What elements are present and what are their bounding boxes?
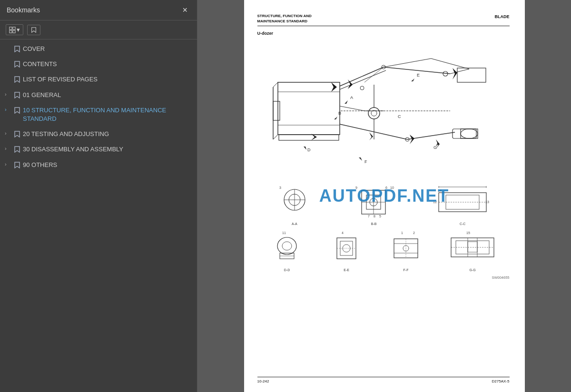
svg-marker-53	[453, 68, 457, 79]
expand-disassembly[interactable]: ›	[5, 146, 11, 151]
svg-marker-52	[410, 135, 414, 144]
bookmark-icon-testing	[13, 130, 21, 138]
bookmarks-header: Bookmarks ×	[0, 0, 197, 20]
sub-label-aa: A-A	[292, 222, 297, 225]
svg-text:12: 12	[433, 200, 437, 204]
svg-rect-2	[10, 30, 12, 32]
bookmark-item-general[interactable]: › 01 GENERAL	[0, 88, 197, 103]
svg-text:2: 2	[413, 231, 415, 235]
expand-general[interactable]: ›	[5, 91, 11, 97]
svg-rect-8	[273, 101, 280, 120]
sub-label-ff: F-F	[404, 268, 409, 272]
svg-text:E: E	[417, 73, 420, 78]
bookmark-icon-others	[13, 161, 21, 169]
svg-line-9	[340, 67, 384, 86]
bookmark-label-contents: CONTENTS	[23, 60, 190, 69]
close-button[interactable]: ×	[179, 5, 190, 15]
svg-text:10: 10	[390, 186, 394, 189]
svg-text:8: 8	[374, 215, 375, 218]
svg-text:D: D	[307, 147, 311, 152]
expand-placeholder-3	[5, 76, 11, 81]
bookmark-label-testing: 20 TESTING AND ADJUSTING	[23, 130, 190, 138]
bookmark-icon-general	[13, 91, 21, 99]
svg-marker-28	[345, 100, 348, 104]
bookmark-label-structure: 10 STRUCTURE, FUNCTION AND MAINTENANCE S…	[23, 106, 190, 123]
svg-point-23	[371, 110, 377, 116]
expand-placeholder-2	[5, 60, 11, 66]
bookmark-item-structure[interactable]: › 10 STRUCTURE, FUNCTION AND MAINTENANCE…	[0, 103, 197, 127]
bookmark-icon-structure	[13, 107, 21, 114]
sub-diagram-ee: 4 E-E	[327, 229, 365, 272]
bookmark-item-disassembly[interactable]: › 30 DISASSEMBLY AND ASSEMBLY	[0, 142, 197, 157]
svg-marker-37	[359, 157, 362, 161]
svg-text:1: 1	[401, 231, 403, 235]
svg-rect-0	[10, 27, 12, 29]
svg-rect-15	[457, 68, 486, 82]
doc-header-line1: STRUCTURE, FUNCTION AND	[257, 13, 312, 19]
svg-text:F: F	[364, 159, 367, 164]
sub-diagrams-row2: 11 D-D 4 E-E	[257, 229, 510, 272]
svg-line-42	[364, 67, 384, 82]
bookmark-label-others: 90 OTHERS	[23, 161, 190, 169]
sub-diagram-bb: 9 6 10 7 8 5 B-B	[345, 183, 402, 225]
svg-line-13	[431, 59, 469, 69]
svg-marker-35	[411, 78, 414, 81]
svg-text:B: B	[338, 111, 341, 116]
svg-rect-1	[13, 27, 15, 29]
svg-marker-33	[304, 147, 306, 150]
expand-others[interactable]: ›	[5, 161, 11, 167]
bookmarks-panel: Bookmarks × ▾ COVER	[0, 0, 197, 392]
doc-header-line2: MAINTENANCE STANDARD	[257, 19, 312, 24]
svg-point-82	[277, 237, 296, 255]
doc-header-right: BLADE	[495, 14, 510, 19]
document-page: STRUCTURE, FUNCTION AND MAINTENANCE STAN…	[244, 0, 525, 392]
svg-line-17	[340, 124, 407, 139]
doc-model: D275AX-5	[492, 379, 510, 383]
sub-diagram-aa: 3 A-A	[271, 183, 318, 225]
bookmark-label-general: 01 GENERAL	[23, 91, 190, 99]
svg-text:3: 3	[279, 186, 281, 189]
svg-line-14	[450, 69, 469, 74]
svg-line-10	[340, 70, 386, 89]
bookmark-item-contents[interactable]: CONTENTS	[0, 57, 197, 72]
bookmark-label-cover: COVER	[23, 45, 190, 53]
bookmark-icon-contents	[13, 60, 21, 68]
sub-label-bb: B-B	[371, 222, 377, 225]
toolbar-row: ▾	[0, 20, 197, 39]
expand-structure[interactable]: ›	[5, 107, 11, 112]
svg-text:14: 14	[438, 189, 442, 192]
expand-icon	[9, 27, 16, 33]
svg-text:C: C	[398, 114, 401, 119]
svg-marker-30	[334, 117, 337, 119]
doc-header-left: STRUCTURE, FUNCTION AND MAINTENANCE STAN…	[257, 13, 312, 24]
svg-marker-55	[369, 132, 373, 140]
bookmark-view-button[interactable]	[27, 25, 40, 35]
bookmark-item-cover[interactable]: COVER	[0, 41, 197, 57]
bookmark-list: COVER CONTENTS LIST OF REVISED PAGES › 0…	[0, 39, 197, 392]
bookmark-icon-cover	[13, 45, 21, 53]
expand-arrow: ▾	[17, 26, 20, 33]
bookmarks-title: Bookmarks	[7, 6, 40, 14]
bookmark-item-testing[interactable]: › 20 TESTING AND ADJUSTING	[0, 127, 197, 142]
svg-line-46	[273, 82, 278, 87]
bookmark-list-icon	[30, 27, 37, 33]
bookmark-icon-revised	[13, 76, 21, 83]
svg-marker-49	[331, 82, 337, 92]
bookmark-label-revised: LIST OF REVISED PAGES	[23, 75, 190, 84]
svg-rect-104	[468, 242, 477, 252]
sub-diagrams-row1: 3 A-A 9 6 10 7 8 5	[257, 183, 510, 225]
bookmark-label-disassembly: 30 DISASSEMBLY AND ASSEMBLY	[23, 145, 190, 154]
bookmark-item-revised[interactable]: LIST OF REVISED PAGES	[0, 72, 197, 87]
expand-testing[interactable]: ›	[5, 130, 11, 136]
svg-text:7: 7	[368, 215, 370, 218]
svg-line-40	[340, 106, 364, 111]
svg-point-83	[282, 242, 292, 250]
svg-line-12	[384, 59, 431, 67]
bookmark-item-others[interactable]: › 90 OTHERS	[0, 157, 197, 173]
expand-all-button[interactable]: ▾	[6, 24, 23, 35]
doc-section-label: U-dozer	[257, 31, 510, 36]
svg-line-18	[407, 132, 455, 139]
sub-diagram-dd: 11 D-D	[268, 229, 306, 272]
svg-point-43	[360, 86, 364, 90]
svg-rect-7	[279, 135, 339, 140]
